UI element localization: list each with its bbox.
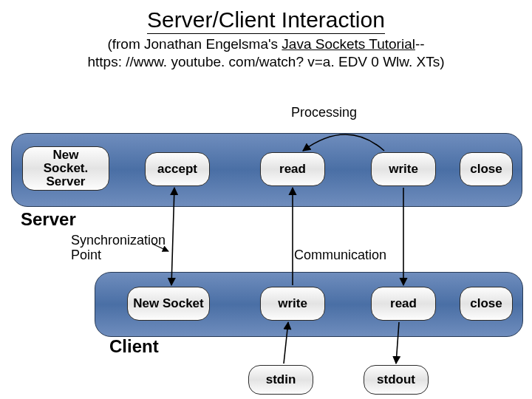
stdout-box: stdout — [364, 365, 429, 395]
new-socket-server-step: NewSocket. Server — [22, 146, 109, 191]
server-close-step: close — [460, 152, 513, 186]
page-title: Server/Client Interaction — [147, 7, 385, 34]
communication-label: Communication — [294, 248, 386, 263]
new-socket-step: New Socket — [127, 287, 210, 321]
subtitle-prefix: (from Jonathan Engelsma's — [107, 36, 282, 52]
processing-label: Processing — [291, 105, 357, 120]
client-read-step: read — [371, 287, 436, 321]
sync-point-label: SynchronizationPoint — [71, 233, 166, 263]
subtitle-dashes: -- — [415, 36, 425, 52]
accept-step: accept — [145, 152, 210, 186]
stdin-box: stdin — [248, 365, 313, 395]
server-read-step: read — [260, 152, 325, 186]
server-label: Server — [21, 209, 76, 230]
client-write-step: write — [260, 287, 325, 321]
server-write-step: write — [371, 152, 436, 186]
subtitle-url: https: //www. youtube. com/watch? v=a. E… — [87, 54, 444, 69]
client-label: Client — [109, 336, 159, 357]
client-close-step: close — [460, 287, 513, 321]
tutorial-link[interactable]: Java Sockets Tutorial — [282, 36, 415, 52]
subtitle: (from Jonathan Engelsma's Java Sockets T… — [0, 35, 532, 71]
